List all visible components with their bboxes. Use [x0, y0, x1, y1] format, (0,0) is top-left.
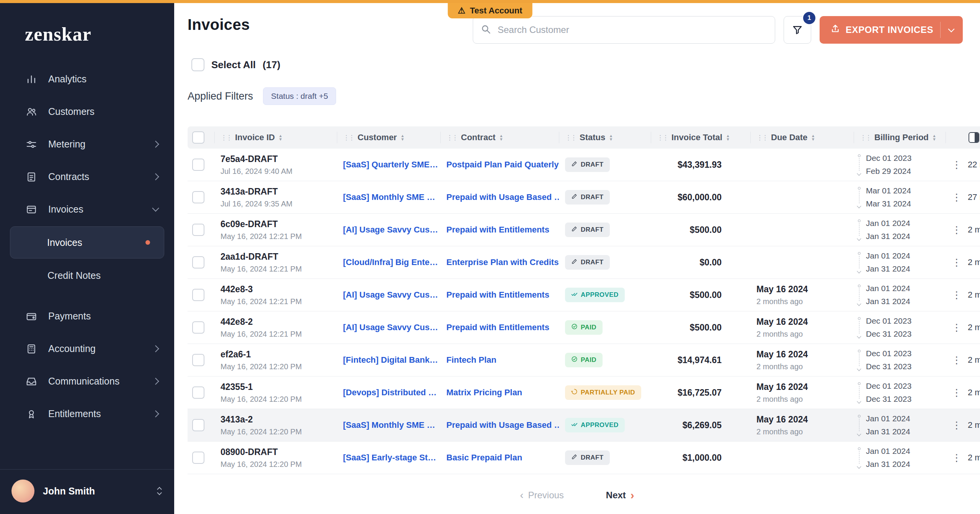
header-billing-period[interactable]: ⋮⋮ Billing Period ▴▾ — [854, 126, 946, 149]
sidebar-item-communications[interactable]: Communications — [0, 365, 174, 398]
header-due-date[interactable]: ⋮⋮ Due Date ▴▾ — [750, 126, 854, 149]
contract-link[interactable]: Prepaid with Usage Based … — [440, 420, 559, 430]
billing-period-end: Dec 31 2023 — [866, 362, 911, 371]
row-menu-icon[interactable]: ⋮ — [952, 453, 962, 463]
customer-link[interactable]: [SaaS] Quarterly SME… — [337, 160, 440, 170]
export-invoices-button[interactable]: EXPORT INVOICES — [820, 16, 963, 44]
payments-icon — [25, 310, 38, 322]
chevron-down-icon — [152, 205, 159, 211]
header-invoice-id[interactable]: ⋮⋮ Invoice ID ▴▾ — [214, 126, 337, 149]
customer-link[interactable]: [AI] Usage Savvy Cus… — [337, 322, 440, 332]
sort-icon[interactable]: ▴▾ — [727, 134, 729, 141]
filter-button[interactable]: 1 — [784, 16, 811, 44]
row-age: 2 m — [968, 355, 980, 365]
header-invoice-total[interactable]: ⋮⋮ Invoice Total ▴▾ — [651, 126, 750, 149]
customer-link[interactable]: [SaaS] Monthly SME … — [337, 192, 440, 202]
row-checkbox[interactable] — [192, 452, 204, 464]
row-menu-icon[interactable]: ⋮ — [952, 420, 962, 430]
row-menu-icon[interactable]: ⋮ — [952, 192, 962, 202]
column-settings-icon[interactable] — [969, 132, 979, 143]
sort-icon[interactable]: ▴▾ — [933, 134, 936, 141]
customer-link[interactable]: [AI] Usage Savvy Cus… — [337, 225, 440, 235]
header-checkbox[interactable] — [192, 131, 204, 144]
row-menu-icon[interactable]: ⋮ — [952, 257, 962, 267]
row-checkbox[interactable] — [192, 159, 204, 171]
row-checkbox[interactable] — [192, 224, 204, 236]
row-checkbox[interactable] — [192, 256, 204, 268]
row-checkbox[interactable] — [192, 419, 204, 431]
row-checkbox[interactable] — [192, 386, 204, 399]
export-dropdown-icon[interactable] — [948, 26, 955, 33]
drag-handle-icon[interactable]: ⋮⋮ — [756, 134, 767, 142]
row-age: 2 m — [968, 420, 980, 430]
drag-handle-icon[interactable]: ⋮⋮ — [220, 134, 231, 142]
chevron-right-icon — [152, 345, 159, 352]
sidebar-item-analytics[interactable]: Analytics — [0, 63, 174, 95]
sort-icon[interactable]: ▴▾ — [500, 134, 502, 141]
sort-icon[interactable]: ▴▾ — [279, 134, 282, 141]
row-checkbox[interactable] — [192, 191, 204, 203]
previous-page-button[interactable]: ‹ Previous — [520, 489, 564, 501]
user-name: John Smith — [43, 486, 149, 497]
row-menu-icon[interactable]: ⋮ — [952, 388, 962, 398]
header-contract[interactable]: ⋮⋮ Contract ▴▾ — [440, 126, 559, 149]
row-menu-icon[interactable]: ⋮ — [952, 290, 962, 300]
sidebar-item-metering[interactable]: Metering — [0, 128, 174, 160]
sort-icon[interactable]: ▴▾ — [812, 134, 814, 141]
customer-link[interactable]: [SaaS] Early-stage St… — [337, 453, 440, 463]
invoice-id: ef2a6-1 — [220, 349, 337, 360]
invoice-id: 42355-1 — [220, 382, 337, 392]
customer-link[interactable]: [Devops] Distributed … — [337, 388, 440, 398]
contract-link[interactable]: Prepaid with Entitlements — [440, 225, 559, 235]
sidebar-subitem-credit-notes[interactable]: Credit Notes — [0, 259, 174, 291]
row-checkbox[interactable] — [192, 321, 204, 334]
drag-handle-icon[interactable]: ⋮⋮ — [565, 134, 576, 142]
invoice-created-at: Jul 16, 2024 9:40 AM — [220, 167, 337, 176]
drag-handle-icon[interactable]: ⋮⋮ — [343, 134, 354, 142]
customer-link[interactable]: [Fintech] Digital Bank… — [337, 355, 440, 365]
select-all-checkbox[interactable] — [191, 58, 204, 71]
customer-link[interactable]: [AI] Usage Savvy Cus… — [337, 290, 440, 300]
row-menu-icon[interactable]: ⋮ — [952, 160, 962, 170]
status-icon — [571, 388, 578, 397]
next-page-button[interactable]: Next › — [606, 489, 634, 502]
status-filter-chip[interactable]: Status : draft +5 — [263, 87, 336, 105]
contract-link[interactable]: Prepaid with Entitlements — [440, 290, 559, 300]
sort-icon[interactable]: ▴▾ — [402, 134, 404, 141]
drag-handle-icon[interactable]: ⋮⋮ — [446, 134, 457, 142]
contract-link[interactable]: Matrix Pricing Plan — [440, 388, 559, 398]
billing-period-end: Jan 31 2024 — [866, 460, 910, 469]
sidebar-item-contracts[interactable]: Contracts — [0, 160, 174, 193]
header-status[interactable]: ⋮⋮ Status ▴▾ — [559, 126, 651, 149]
drag-handle-icon[interactable]: ⋮⋮ — [860, 134, 871, 142]
contract-link[interactable]: Postpaid Plan Paid Quaterly — [440, 160, 559, 170]
contract-link[interactable]: Basic Prepaid Plan — [440, 453, 559, 463]
contract-link[interactable]: Prepaid with Entitlements — [440, 322, 559, 332]
search-input[interactable] — [473, 16, 775, 44]
sidebar-subitem-invoices[interactable]: Invoices — [10, 226, 164, 259]
sidebar-item-accounting[interactable]: Accounting — [0, 332, 174, 365]
row-menu-icon[interactable]: ⋮ — [952, 225, 962, 235]
contract-link[interactable]: Enterprise Plan with Credits — [440, 257, 559, 267]
row-age: 2 m — [968, 290, 980, 300]
row-menu-icon[interactable]: ⋮ — [952, 355, 962, 365]
sidebar-item-entitlements[interactable]: Entitlements — [0, 398, 174, 430]
drag-handle-icon[interactable]: ⋮⋮ — [657, 134, 668, 142]
sidebar-item-payments[interactable]: Payments — [0, 300, 174, 332]
sidebar-item-customers[interactable]: Customers — [0, 95, 174, 128]
sidebar-item-invoices[interactable]: Invoices — [0, 193, 174, 226]
row-checkbox[interactable] — [192, 289, 204, 301]
table-row: 7e5a4-DRAFT Jul 16, 2024 9:40 AM [SaaS] … — [188, 149, 980, 181]
user-menu[interactable]: John Smith — [0, 469, 174, 514]
row-checkbox[interactable] — [192, 354, 204, 366]
customer-link[interactable]: [SaaS] Monthly SME … — [337, 420, 440, 430]
sort-icon[interactable]: ▴▾ — [610, 134, 612, 141]
contract-link[interactable]: Prepaid with Usage Based … — [440, 192, 559, 202]
contract-link[interactable]: Fintech Plan — [440, 355, 559, 365]
customer-link[interactable]: [Cloud/Infra] Big Ente… — [337, 257, 440, 267]
header-customer[interactable]: ⋮⋮ Customer ▴▾ — [337, 126, 440, 149]
sidebar-nav: Analytics Customers Metering Contracts — [0, 63, 174, 469]
row-menu-icon[interactable]: ⋮ — [952, 322, 962, 332]
billing-period-end: Mar 31 2024 — [866, 199, 911, 208]
invoice-id: 08900-DRAFT — [220, 447, 337, 457]
